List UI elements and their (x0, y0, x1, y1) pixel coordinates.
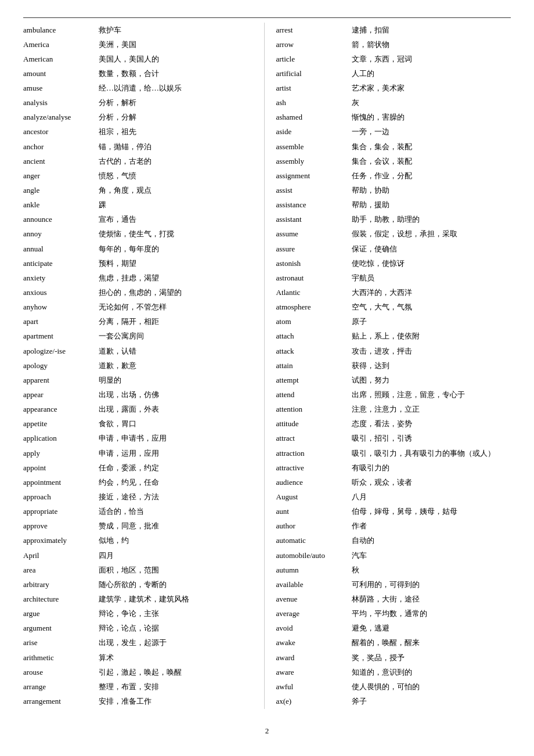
definition: 申请，运用，应用 (99, 448, 252, 459)
word: assembly (276, 156, 352, 167)
word: August (276, 491, 352, 503)
list-item: apology道歉，歉意 (23, 358, 252, 373)
definition: 接近，途径，方法 (99, 491, 252, 503)
word: anchor (23, 141, 99, 153)
left-column: ambulance救护车America美洲，美国American美国人，美国人的… (23, 23, 265, 709)
definition: 知道的，意识到的 (352, 667, 506, 678)
word: aside (276, 126, 352, 138)
list-item: attack攻击，进攻，抨击 (276, 344, 506, 358)
list-item: ancestor祖宗，祖先 (23, 125, 252, 139)
definition: 使吃惊，使惊讶 (352, 258, 506, 269)
definition: 救护车 (99, 24, 252, 36)
word: apart (23, 316, 99, 327)
list-item: attend出席，照顾，注意，留意，专心于 (276, 388, 506, 402)
word: artificial (276, 68, 352, 80)
definition: 出席，照顾，注意，留意，专心于 (352, 389, 506, 401)
top-border (23, 17, 511, 18)
definition: 攻击，进攻，抨击 (352, 345, 506, 357)
definition: 每年的，每年度的 (99, 243, 252, 255)
word: ash (276, 97, 352, 109)
word: anyhow (23, 301, 99, 313)
list-item: available可利用的，可得到的 (276, 577, 506, 592)
definition: 艺术家，美术家 (352, 82, 506, 94)
word: arrest (276, 24, 352, 36)
word: aware (276, 667, 352, 678)
list-item: assume假装，假定，设想，承担，采取 (276, 227, 506, 242)
word: assignment (276, 170, 352, 182)
definition: 宇航员 (352, 272, 506, 284)
word: appropriate (23, 506, 99, 517)
list-item: attractive有吸引力的 (276, 460, 506, 475)
list-item: America美洲，美国 (23, 37, 252, 52)
list-item: August八月 (276, 490, 506, 505)
list-item: appearance出现，露面，外表 (23, 402, 252, 417)
list-item: approximately似地，约 (23, 534, 252, 548)
list-item: arrangement安排，准备工作 (23, 694, 252, 708)
definition: 注意，注意力，立正 (352, 404, 506, 415)
definition: 自动的 (352, 535, 506, 546)
list-item: analysis分析，解析 (23, 96, 252, 110)
list-item: argument辩论，论点，论据 (23, 621, 252, 636)
list-item: automobile/auto汽车 (276, 548, 506, 563)
definition: 美洲，美国 (99, 39, 252, 51)
word: available (276, 579, 352, 591)
list-item: assistance帮助，援助 (276, 198, 506, 213)
definition: 赞成，同意，批准 (99, 520, 252, 532)
definition: 算术 (99, 652, 252, 664)
word: ankle (23, 199, 99, 211)
definition: 踝 (99, 199, 252, 211)
list-item: astonish使吃惊，使惊讶 (276, 256, 506, 271)
word: arise (23, 637, 99, 649)
word: author (276, 520, 352, 532)
definition: 奖，奖品，授予 (352, 652, 506, 664)
definition: 分析，解析 (99, 97, 252, 109)
word: artist (276, 82, 352, 94)
definition: 文章，东西，冠词 (352, 53, 506, 65)
word: application (23, 433, 99, 444)
list-item: attempt试图，努力 (276, 373, 506, 387)
definition: 数量，数额，合计 (99, 68, 252, 80)
list-item: anticipate预料，期望 (23, 256, 252, 271)
list-item: awful使人畏惧的，可怕的 (276, 679, 506, 694)
definition: 任务，作业，分配 (352, 170, 506, 182)
list-item: appropriate适合的，恰当 (23, 505, 252, 519)
definition: 听众，观众，读者 (352, 477, 506, 488)
list-item: attach贴上，系上，使依附 (276, 329, 506, 344)
list-item: approach接近，途径，方法 (23, 490, 252, 505)
word: avenue (276, 593, 352, 605)
definition: 引起，激起，唤起，唤醒 (99, 667, 252, 678)
definition: 假装，假定，设想，承担，采取 (352, 228, 506, 240)
word: audience (276, 477, 352, 488)
definition: 申请，申请书，应用 (99, 433, 252, 444)
definition: 惭愧的，害臊的 (352, 111, 506, 123)
list-item: aunt伯母，婶母，舅母，姨母，姑母 (276, 505, 506, 519)
word: apparent (23, 375, 99, 386)
list-item: appear出现，出场，仿佛 (23, 388, 252, 402)
word: attraction (276, 448, 352, 459)
word: appearance (23, 404, 99, 415)
word: appetite (23, 418, 99, 430)
word: attractive (276, 462, 352, 474)
word: autumn (276, 564, 352, 576)
definition: 宣布，通告 (99, 214, 252, 225)
list-item: assistant助手，助教，助理的 (276, 213, 506, 227)
definition: 集合，集会，装配 (352, 141, 506, 153)
list-item: angle角，角度，观点 (23, 183, 252, 198)
list-item: Atlantic大西洋的，大西洋 (276, 286, 506, 300)
list-item: annual每年的，每年度的 (23, 242, 252, 256)
word: anxious (23, 287, 99, 298)
list-item: arouse引起，激起，唤起，唤醒 (23, 665, 252, 679)
list-item: appoint任命，委派，约定 (23, 460, 252, 475)
definition: 锚，抛锚，停泊 (99, 141, 252, 153)
word: assure (276, 243, 352, 255)
definition: 八月 (352, 491, 506, 503)
list-item: American美国人，美国人的 (23, 52, 252, 66)
definition: 任命，委派，约定 (99, 462, 252, 474)
page: ambulance救护车America美洲，美国American美国人，美国人的… (0, 0, 534, 756)
word: article (276, 53, 352, 65)
list-item: analyze/analyse分析，分解 (23, 110, 252, 125)
definition: 一旁，一边 (352, 126, 506, 138)
list-item: article文章，东西，冠词 (276, 52, 506, 66)
definition: 分离，隔开，相距 (99, 316, 252, 327)
word: argument (23, 622, 99, 634)
